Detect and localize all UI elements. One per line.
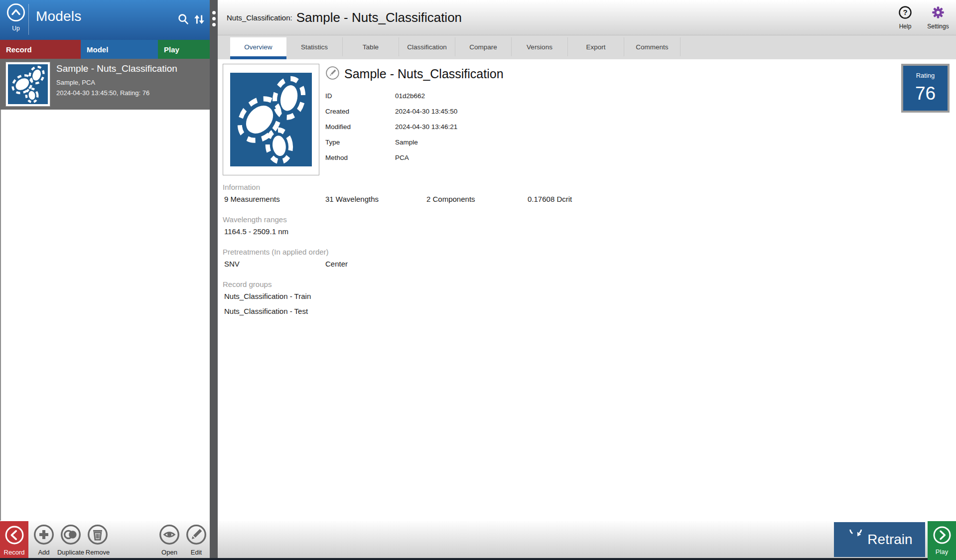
header-divider (28, 4, 29, 35)
duplicate-icon (60, 524, 82, 548)
info-dcrit: 0.17608 Dcrit (526, 195, 627, 208)
tab-overview[interactable]: Overview (230, 37, 286, 59)
list-item-meta: 2024-04-30 13:45:50, Rating: 76 (56, 89, 177, 97)
up-button[interactable]: Up (4, 3, 28, 37)
sidebar-header: Up Models (0, 0, 210, 40)
tab-bar: Overview Statistics Table Classification… (218, 35, 956, 59)
rating-badge: Rating 76 (901, 64, 950, 113)
refresh-icon (846, 530, 863, 550)
duplicate-button[interactable]: Duplicate (57, 524, 84, 556)
nuts-model-icon (6, 62, 50, 106)
info-components: 2 Components (425, 195, 526, 208)
pretreatments-values: SNV Center (223, 260, 956, 273)
sidebar-tab-record[interactable]: Record (0, 40, 81, 59)
wavelength-ranges-values: 1164.5 - 2509.1 nm (223, 227, 956, 240)
up-button-label: Up (12, 25, 19, 32)
list-item-title: Sample - Nuts_Classification (56, 63, 177, 74)
remove-label: Remove (86, 549, 110, 556)
field-value: 2024-04-30 13:45:50 (395, 108, 457, 115)
duplicate-label: Duplicate (57, 549, 84, 556)
open-label: Open (161, 549, 177, 556)
section-heading-pretreatments: Pretreatments (In applied order) (223, 248, 956, 256)
tab-table[interactable]: Table (343, 37, 399, 59)
model-list-selection: Sample - Nuts_Classification Sample, PCA… (0, 59, 210, 110)
field-label: Created (325, 108, 395, 115)
help-button[interactable]: ? Help (892, 5, 918, 30)
field-label: Type (325, 139, 395, 146)
tab-comments[interactable]: Comments (624, 37, 681, 59)
play-button[interactable]: Play (928, 521, 956, 560)
sidebar-tabs: Record Model Play (0, 40, 210, 59)
tab-export[interactable]: Export (568, 37, 624, 59)
retrain-label: Retrain (867, 532, 912, 548)
field-value: PCA (395, 154, 409, 161)
tab-statistics-label: Statistics (286, 37, 343, 56)
field-label: Method (325, 154, 395, 161)
svg-text:?: ? (903, 8, 907, 16)
plus-icon (33, 524, 55, 548)
record-group-train: Nuts_Classification - Train (223, 292, 956, 307)
panel-splitter[interactable] (210, 0, 218, 560)
edit-title-icon[interactable] (325, 66, 340, 82)
rating-value: 76 (903, 83, 948, 104)
record-back-button[interactable]: Record (0, 521, 28, 560)
window-bottom-edge (0, 558, 956, 560)
add-label: Add (38, 549, 49, 556)
sidebar-tab-play[interactable]: Play (158, 40, 210, 59)
record-groups-values: Nuts_Classification - Train Nuts_Classif… (223, 292, 956, 322)
eye-icon (158, 524, 180, 548)
pencil-icon (185, 524, 207, 548)
sidebar-toolbar: Record Add (0, 521, 210, 560)
chevron-up-icon (6, 3, 25, 24)
model-title: Sample - Nuts_Classification (344, 67, 504, 81)
model-list-empty-area (0, 110, 210, 521)
info-measurements: 9 Measurements (223, 195, 324, 208)
sort-icon[interactable] (192, 12, 207, 27)
main-toolbar: Retrain Play (218, 521, 956, 560)
list-item[interactable]: Sample - Nuts_Classification Sample, PCA… (0, 59, 210, 106)
info-wavelengths: 31 Wavelengths (324, 195, 425, 208)
tab-versions[interactable]: Versions (512, 37, 568, 59)
gear-icon (931, 5, 946, 22)
section-heading-information: Information (223, 183, 956, 191)
open-button[interactable]: Open (156, 524, 183, 556)
list-item-subtitle: Sample, PCA (56, 79, 177, 86)
model-image-frame (223, 64, 319, 175)
wavelength-range: 1164.5 - 2509.1 nm (223, 227, 324, 240)
tab-classification[interactable]: Classification (399, 37, 455, 59)
play-circle-icon (933, 526, 952, 547)
sidebar-tab-record-label: Record (6, 45, 32, 54)
record-back-label: Record (4, 549, 25, 556)
tab-statistics[interactable]: Statistics (286, 37, 343, 59)
section-heading-wavelength-ranges: Wavelength ranges (223, 215, 956, 224)
search-icon[interactable] (176, 12, 191, 27)
trash-icon (87, 524, 109, 548)
retrain-button[interactable]: Retrain (834, 522, 925, 557)
settings-button[interactable]: Settings (925, 5, 951, 30)
sidebar-panel-title: Models (36, 8, 81, 24)
overview-content: Sample - Nuts_Classification ID01d2b662 … (218, 59, 956, 521)
sidebar-tab-model-label: Model (87, 45, 108, 54)
add-button[interactable]: Add (30, 524, 57, 556)
tab-compare-label: Compare (455, 37, 512, 56)
app-window: Up Models (0, 0, 956, 560)
rating-label: Rating (903, 72, 948, 79)
help-icon: ? (898, 5, 913, 22)
sidebar-tab-play-label: Play (164, 45, 179, 54)
tab-versions-label: Versions (512, 37, 568, 56)
information-values: 9 Measurements 31 Wavelengths 2 Componen… (223, 195, 956, 208)
sidebar-tab-model[interactable]: Model (81, 40, 158, 59)
edit-label: Edit (191, 549, 202, 556)
field-label: ID (325, 92, 395, 100)
record-group-test: Nuts_Classification - Test (223, 307, 956, 322)
tab-classification-label: Classification (399, 37, 455, 56)
tab-compare[interactable]: Compare (455, 37, 512, 59)
section-heading-record-groups: Record groups (223, 280, 956, 288)
edit-button[interactable]: Edit (183, 524, 210, 556)
main-header: Nuts_Classification: Sample - Nuts_Class… (218, 0, 956, 35)
pretreatment-1: SNV (223, 260, 324, 273)
remove-button[interactable]: Remove (84, 524, 111, 556)
help-label: Help (899, 23, 912, 30)
pretreatment-2: Center (324, 260, 425, 273)
breadcrumb-context: Nuts_Classification: (227, 13, 292, 22)
